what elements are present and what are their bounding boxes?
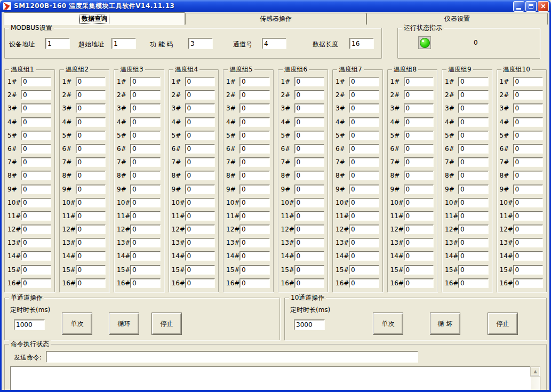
temp-value-input[interactable]	[294, 251, 325, 261]
temp-value-input[interactable]	[130, 131, 161, 140]
temp-value-input[interactable]	[185, 77, 215, 86]
temp-value-input[interactable]	[21, 238, 51, 247]
temp-value-input[interactable]	[349, 77, 379, 86]
temp-value-input[interactable]	[458, 171, 489, 180]
temp-value-input[interactable]	[185, 117, 215, 127]
temp-value-input[interactable]	[404, 185, 434, 194]
tab-data-query[interactable]: 数据查询	[4, 12, 185, 25]
temp-value-input[interactable]	[239, 238, 270, 247]
temp-value-input[interactable]	[349, 198, 379, 207]
temp-value-input[interactable]	[21, 185, 51, 194]
scroll-up-button[interactable]: ▲	[531, 367, 540, 376]
loop-run-button[interactable]: 循环	[109, 313, 139, 335]
close-button[interactable]: ✕	[538, 1, 549, 12]
temp-value-input[interactable]	[294, 238, 325, 247]
temp-value-input[interactable]	[513, 225, 544, 234]
temp-value-input[interactable]	[404, 90, 434, 100]
temp-value-input[interactable]	[76, 157, 106, 167]
temp-value-input[interactable]	[458, 77, 489, 86]
temp-value-input[interactable]	[458, 131, 489, 140]
temp-value-input[interactable]	[294, 171, 325, 180]
start-address-input[interactable]	[111, 38, 136, 49]
temp-value-input[interactable]	[21, 265, 51, 275]
temp-value-input[interactable]	[513, 131, 544, 140]
temp-value-input[interactable]	[404, 103, 434, 113]
temp-value-input[interactable]	[185, 278, 215, 288]
tab-instrument-settings[interactable]: 仪器设置	[366, 13, 548, 25]
single-timer-input[interactable]	[14, 319, 45, 330]
temp-value-input[interactable]	[76, 238, 106, 247]
temp-value-input[interactable]	[239, 198, 270, 207]
temp-value-input[interactable]	[513, 171, 544, 180]
temp-value-input[interactable]	[21, 251, 51, 261]
temp-value-input[interactable]	[76, 225, 106, 234]
temp-value-input[interactable]	[404, 171, 434, 180]
temp-value-input[interactable]	[76, 265, 106, 275]
temp-value-input[interactable]	[21, 90, 51, 100]
temp-value-input[interactable]	[185, 171, 215, 180]
single-run-button[interactable]: 单次	[62, 313, 92, 335]
temp-value-input[interactable]	[458, 157, 489, 167]
temp-value-input[interactable]	[294, 265, 325, 275]
temp-value-input[interactable]	[76, 251, 106, 261]
temp-value-input[interactable]	[349, 90, 379, 100]
temp-value-input[interactable]	[458, 211, 489, 221]
temp-value-input[interactable]	[130, 171, 161, 180]
temp-value-input[interactable]	[458, 198, 489, 207]
temp-value-input[interactable]	[130, 198, 161, 207]
temp-value-input[interactable]	[513, 211, 544, 221]
temp-value-input[interactable]	[349, 251, 379, 261]
temp-value-input[interactable]	[130, 225, 161, 234]
log-scrollbar[interactable]: ▲	[531, 367, 540, 392]
temp-value-input[interactable]	[458, 117, 489, 127]
temp-value-input[interactable]	[21, 144, 51, 154]
command-log-box[interactable]: ▲	[10, 366, 540, 392]
device-address-input[interactable]	[45, 38, 70, 49]
temp-value-input[interactable]	[513, 117, 544, 127]
temp-value-input[interactable]	[130, 211, 161, 221]
temp-value-input[interactable]	[185, 211, 215, 221]
temp-value-input[interactable]	[76, 211, 106, 221]
temp-value-input[interactable]	[239, 157, 270, 167]
data-length-input[interactable]	[349, 38, 374, 49]
temp-value-input[interactable]	[404, 144, 434, 154]
temp-value-input[interactable]	[21, 117, 51, 127]
temp-value-input[interactable]	[76, 198, 106, 207]
temp-value-input[interactable]	[404, 77, 434, 86]
temp-value-input[interactable]	[349, 117, 379, 127]
channel-number-input[interactable]	[262, 38, 286, 49]
temp-value-input[interactable]	[513, 278, 544, 288]
temp-value-input[interactable]	[404, 211, 434, 221]
temp-value-input[interactable]	[458, 90, 489, 100]
temp-value-input[interactable]	[349, 157, 379, 167]
temp-value-input[interactable]	[349, 225, 379, 234]
temp-value-input[interactable]	[76, 77, 106, 86]
temp-value-input[interactable]	[239, 90, 270, 100]
temp-value-input[interactable]	[513, 90, 544, 100]
temp-value-input[interactable]	[294, 144, 325, 154]
temp-value-input[interactable]	[458, 185, 489, 194]
temp-value-input[interactable]	[349, 103, 379, 113]
temp-value-input[interactable]	[130, 77, 161, 86]
minimize-button[interactable]	[513, 1, 524, 12]
temp-value-input[interactable]	[21, 77, 51, 86]
temp-value-input[interactable]	[185, 238, 215, 247]
temp-value-input[interactable]	[458, 225, 489, 234]
temp-value-input[interactable]	[513, 77, 544, 86]
temp-value-input[interactable]	[130, 144, 161, 154]
temp-value-input[interactable]	[239, 131, 270, 140]
temp-value-input[interactable]	[404, 131, 434, 140]
temp-value-input[interactable]	[294, 90, 325, 100]
temp-value-input[interactable]	[404, 117, 434, 127]
temp-value-input[interactable]	[513, 103, 544, 113]
temp-value-input[interactable]	[458, 103, 489, 113]
temp-value-input[interactable]	[21, 103, 51, 113]
temp-value-input[interactable]	[239, 117, 270, 127]
function-code-input[interactable]	[188, 38, 213, 49]
temp-value-input[interactable]	[130, 103, 161, 113]
temp-value-input[interactable]	[239, 211, 270, 221]
temp-value-input[interactable]	[239, 77, 270, 86]
temp-value-input[interactable]	[76, 117, 106, 127]
temp-value-input[interactable]	[513, 185, 544, 194]
temp-value-input[interactable]	[294, 103, 325, 113]
